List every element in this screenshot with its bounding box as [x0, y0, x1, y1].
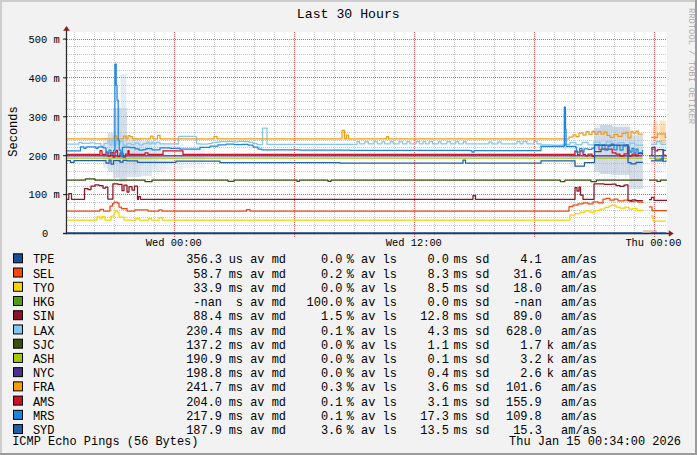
svg-text:0.2: 0.2: [321, 268, 343, 282]
svg-text:ms sd: ms sd: [454, 268, 490, 282]
svg-text:k am/as: k am/as: [547, 339, 597, 353]
svg-text:% av ls: % av ls: [347, 410, 397, 424]
svg-text:s av md: s av md: [229, 296, 286, 310]
svg-text:101.6: 101.6: [506, 381, 542, 395]
svg-text:TYO: TYO: [33, 282, 55, 296]
svg-text:0.1: 0.1: [321, 325, 343, 339]
svg-text:SIN: SIN: [33, 310, 55, 324]
svg-text:300 m: 300 m: [29, 112, 60, 124]
svg-text:ms sd: ms sd: [454, 282, 490, 296]
svg-text:12.8: 12.8: [420, 310, 449, 324]
svg-text:ms sd: ms sd: [454, 410, 490, 424]
svg-text:ms sd: ms sd: [454, 253, 490, 267]
svg-text:109.8: 109.8: [506, 410, 542, 424]
svg-text:HKG: HKG: [33, 296, 55, 310]
svg-text:Thu Jan 15 00:34:00 2026: Thu Jan 15 00:34:00 2026: [509, 435, 681, 449]
svg-text:Seconds: Seconds: [7, 106, 21, 156]
svg-text:NYC: NYC: [33, 367, 55, 381]
svg-text:ms sd: ms sd: [454, 296, 490, 310]
svg-text:ms av md: ms av md: [229, 353, 286, 367]
svg-text:ASH: ASH: [33, 353, 55, 367]
svg-text:am/as: am/as: [547, 325, 597, 339]
svg-text:0.4: 0.4: [427, 367, 449, 381]
svg-text:us av md: us av md: [229, 253, 286, 267]
svg-text:0.1: 0.1: [321, 396, 343, 410]
svg-text:230.4: 230.4: [186, 325, 222, 339]
svg-text:198.8: 198.8: [186, 367, 222, 381]
svg-text:2.6: 2.6: [520, 367, 542, 381]
svg-text:FRA: FRA: [33, 381, 55, 395]
svg-text:0.1: 0.1: [427, 353, 449, 367]
svg-text:SEL: SEL: [33, 268, 55, 282]
svg-text:ms av md: ms av md: [229, 424, 286, 438]
svg-text:0.0: 0.0: [321, 367, 343, 381]
svg-text:Wed 12:00: Wed 12:00: [386, 237, 442, 249]
svg-text:Wed 00:00: Wed 00:00: [146, 237, 202, 249]
svg-text:SJC: SJC: [33, 339, 55, 353]
svg-text:% av ls: % av ls: [347, 282, 397, 296]
svg-text:3.6: 3.6: [321, 424, 343, 438]
svg-text:% av ls: % av ls: [347, 424, 397, 438]
svg-text:% av ls: % av ls: [347, 367, 397, 381]
svg-text:0.0: 0.0: [321, 253, 343, 267]
svg-text:100 m: 100 m: [29, 189, 60, 201]
svg-text:204.0: 204.0: [186, 396, 222, 410]
svg-text:500 m: 500 m: [29, 34, 60, 46]
svg-text:0.0: 0.0: [321, 339, 343, 353]
svg-text:217.9: 217.9: [186, 410, 222, 424]
svg-text:3.1: 3.1: [427, 396, 449, 410]
svg-text:LAX: LAX: [33, 325, 55, 339]
svg-text:0.0: 0.0: [321, 353, 343, 367]
svg-text:31.6: 31.6: [513, 268, 542, 282]
svg-text:33.9: 33.9: [193, 282, 222, 296]
svg-text:% av ls: % av ls: [347, 268, 397, 282]
svg-text:1.7: 1.7: [520, 339, 542, 353]
svg-text:ms sd: ms sd: [454, 424, 490, 438]
svg-text:241.7: 241.7: [186, 381, 222, 395]
svg-text:ms av md: ms av md: [229, 410, 286, 424]
svg-text:am/as: am/as: [547, 410, 597, 424]
svg-text:k am/as: k am/as: [547, 367, 597, 381]
svg-text:100.0: 100.0: [307, 296, 343, 310]
svg-text:ms sd: ms sd: [454, 339, 490, 353]
svg-text:8.5: 8.5: [427, 282, 449, 296]
svg-text:% av ls: % av ls: [347, 325, 397, 339]
svg-text:k am/as: k am/as: [547, 353, 597, 367]
svg-text:ms sd: ms sd: [454, 381, 490, 395]
svg-text:ms av md: ms av md: [229, 396, 286, 410]
svg-text:am/as: am/as: [547, 268, 597, 282]
svg-text:ms av md: ms av md: [229, 268, 286, 282]
svg-text:% av ls: % av ls: [347, 296, 397, 310]
svg-text:3.6: 3.6: [427, 381, 449, 395]
svg-text:am/as: am/as: [547, 253, 597, 267]
svg-text:1.5: 1.5: [321, 310, 343, 324]
svg-text:am/as: am/as: [547, 282, 597, 296]
svg-text:% av ls: % av ls: [347, 381, 397, 395]
svg-text:% av ls: % av ls: [347, 339, 397, 353]
svg-text:TPE: TPE: [33, 253, 55, 267]
svg-text:13.5: 13.5: [420, 424, 449, 438]
svg-text:58.7: 58.7: [193, 268, 222, 282]
svg-text:18.0: 18.0: [513, 282, 542, 296]
svg-text:0.3: 0.3: [321, 381, 343, 395]
svg-text:% av ls: % av ls: [347, 310, 397, 324]
svg-text:-nan: -nan: [193, 296, 222, 310]
svg-text:89.0: 89.0: [513, 310, 542, 324]
svg-text:88.4: 88.4: [193, 310, 222, 324]
svg-text:356.3: 356.3: [186, 253, 222, 267]
svg-text:am/as: am/as: [547, 381, 597, 395]
svg-text:ms av md: ms av md: [229, 282, 286, 296]
svg-text:400 m: 400 m: [29, 73, 60, 85]
svg-text:628.0: 628.0: [506, 325, 542, 339]
svg-text:8.3: 8.3: [427, 268, 449, 282]
svg-text:ms sd: ms sd: [454, 325, 490, 339]
svg-text:ms av md: ms av md: [229, 325, 286, 339]
svg-text:AMS: AMS: [33, 396, 55, 410]
svg-text:ms av md: ms av md: [229, 367, 286, 381]
svg-text:ms av md: ms av md: [229, 339, 286, 353]
svg-text:4.3: 4.3: [427, 325, 449, 339]
svg-text:ms av md: ms av md: [229, 381, 286, 395]
svg-text:0.0: 0.0: [427, 296, 449, 310]
svg-text:17.3: 17.3: [420, 410, 449, 424]
svg-text:% av ls: % av ls: [347, 253, 397, 267]
